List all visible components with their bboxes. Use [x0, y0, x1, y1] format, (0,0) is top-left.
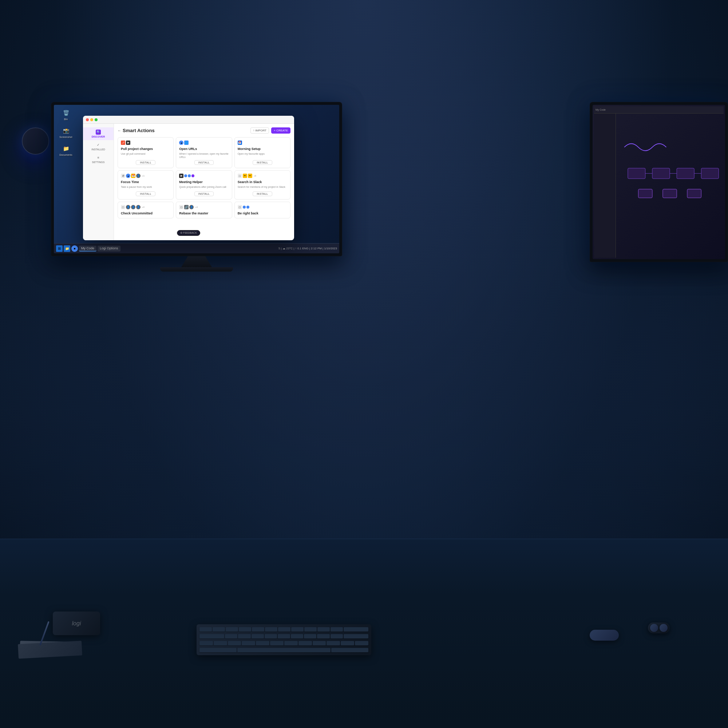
- card-2-install-btn[interactable]: INSTALL: [194, 160, 214, 165]
- card-3-install-btn[interactable]: INSTALL: [252, 160, 272, 165]
- key: [291, 634, 303, 638]
- card-8-extra: +4: [195, 206, 198, 208]
- key-row-2: [199, 633, 369, 639]
- desk-notebooks: [18, 635, 84, 657]
- right-monitor: My Code: [590, 102, 728, 262]
- key: [344, 627, 369, 632]
- app-content: 🔍 DISCOVER ✓ INSTALLED ≡ SETTINGS: [83, 124, 294, 240]
- slack-search-icon: □: [238, 174, 242, 178]
- window-titlebar: [83, 116, 294, 124]
- card-9-icons: □: [238, 205, 287, 209]
- installed-icon: ✓: [96, 142, 101, 147]
- back-arrow[interactable]: ←: [118, 128, 121, 133]
- card-4-install-btn[interactable]: INSTALL: [136, 191, 155, 196]
- window-minimize-btn[interactable]: [90, 118, 93, 121]
- monitor-screen: 🗑️ Bin 📸 Screenshot 📁 Documents: [54, 105, 339, 253]
- card-6-install-btn[interactable]: INSTALL: [252, 191, 272, 196]
- sidebar-item-settings[interactable]: ≡ SETTINGS: [83, 153, 113, 166]
- key-row-1: [199, 626, 369, 633]
- card-check-uncommitted: □ 👤 👤 👤 +4 Check Uncommitted: [118, 202, 174, 219]
- smart-actions-window: 🔍 DISCOVER ✓ INSTALLED ≡ SETTINGS: [83, 116, 294, 240]
- card-3-title: Morning Setup: [238, 147, 287, 151]
- bin-label: Bin: [64, 118, 68, 121]
- card-4-icons: ⏱ ● 📅 👤 +1: [121, 174, 170, 178]
- desktop-icon-screenshot[interactable]: 📸 Screenshot: [58, 126, 73, 138]
- discover-icon: 🔍: [96, 130, 101, 135]
- rebase-icon: □: [179, 205, 184, 209]
- taskbar-mycode[interactable]: My Code: [79, 246, 96, 252]
- card-4-desc: Take a pause from my work: [121, 185, 170, 190]
- card-rebase-master: □ 🔗 👤 +4 Rebase the master: [176, 202, 232, 219]
- apps-icon: 📅: [131, 174, 135, 178]
- desktop-area: 🗑️ Bin 📸 Screenshot 📁 Documents: [54, 105, 339, 243]
- desktop-icon-bin[interactable]: 🗑️ Bin: [58, 109, 73, 121]
- bin-icon: 🗑️: [61, 109, 70, 117]
- documents-label: Documents: [59, 154, 72, 156]
- screenshot-label: Screenshot: [59, 136, 72, 138]
- monitor-bezel: 🗑️ Bin 📸 Screenshot 📁 Documents: [51, 102, 342, 256]
- key: [256, 641, 269, 645]
- card-7-extra: +4: [142, 206, 145, 208]
- key: [327, 641, 340, 645]
- card-meeting-helper: ▶ Meeting Helper Quick preparations afte…: [176, 170, 232, 199]
- key: [270, 641, 284, 645]
- taskbar-logioptions[interactable]: Logi Options: [98, 246, 121, 252]
- system-info: 5 | ☁ 23°C | ↑ 0.1 ENG | 2:12 PM | 1/10/…: [278, 247, 337, 250]
- key: [304, 634, 316, 638]
- spacebar-key: [237, 648, 330, 652]
- svg-rect-3: [701, 168, 719, 179]
- key: [317, 627, 330, 632]
- key: [330, 627, 343, 632]
- globe-icon: 🌐: [184, 141, 188, 145]
- window-maximize-btn[interactable]: [95, 118, 98, 121]
- svg-rect-9: [687, 189, 701, 198]
- key-row-4: [199, 647, 369, 653]
- create-button[interactable]: + CREATE: [271, 127, 291, 134]
- card-5-install-btn[interactable]: INSTALL: [194, 191, 214, 196]
- notebook-top: [18, 641, 82, 658]
- settings-label: SETTINGS: [92, 161, 104, 164]
- key: [304, 627, 317, 632]
- taskbar: ⊞ 📁 ● My Code Logi Options 5 | ☁ 23°C | …: [54, 243, 339, 253]
- card-5-icons: ▶: [179, 174, 229, 178]
- card-2-title: Open URLs: [179, 147, 229, 151]
- card-open-urls: ● 🌐 Open URLs When I opened a browser, o…: [176, 137, 232, 168]
- window-close-btn[interactable]: [86, 118, 89, 121]
- card-4-title: Focus Time: [121, 180, 170, 184]
- card-1-install-btn[interactable]: INSTALL: [136, 160, 155, 165]
- right-monitor-bezel: My Code: [590, 102, 728, 262]
- speaker-body: logi: [53, 612, 100, 635]
- sidebar-item-installed[interactable]: ✓ INSTALLED: [83, 140, 113, 153]
- card-morning-setup: 📅 Morning Setup Open my favourite apps I…: [234, 137, 291, 168]
- svg-rect-7: [638, 189, 652, 198]
- monitor-stand: [175, 256, 219, 267]
- sidebar-item-discover[interactable]: 🔍 DISCOVER: [83, 127, 113, 140]
- key: [252, 634, 264, 638]
- svg-rect-0: [628, 168, 645, 179]
- card-pull-project-changes: ⎇ ▶ Pull project changes Use git pull co…: [118, 137, 174, 168]
- card-3-desc: Open my favourite apps: [238, 152, 287, 159]
- keyboard: [197, 624, 371, 661]
- screen-content: 🗑️ Bin 📸 Screenshot 📁 Documents: [54, 105, 339, 253]
- card-focus-time: ⏱ ● 📅 👤 +1 Focus Time Take a pause from …: [118, 170, 174, 199]
- key: [242, 641, 255, 645]
- monitor-base: [160, 267, 233, 272]
- dot-blue-3: [243, 206, 246, 209]
- card-3-icons: 📅: [238, 141, 287, 145]
- desktop-icon-documents[interactable]: 📁 Documents: [58, 144, 73, 156]
- earbud-right: [659, 624, 668, 632]
- windows-start[interactable]: ⊞: [56, 245, 63, 252]
- key: [291, 627, 304, 632]
- taskbar-explorer[interactable]: 📁: [64, 245, 70, 252]
- key: [278, 627, 291, 632]
- card-7-icons: □ 👤 👤 👤 +4: [121, 205, 170, 209]
- taskbar-start: ⊞ 📁 ● My Code Logi Options: [56, 245, 121, 252]
- taskbar-chrome[interactable]: ●: [71, 245, 78, 252]
- panel-actions: ↑ IMPORT + CREATE: [251, 127, 291, 134]
- person-icon-4: 👤: [136, 205, 141, 209]
- card-6-extra: +3: [254, 175, 256, 177]
- feedback-button[interactable]: ⚙ FEEDBACK: [177, 230, 200, 236]
- key: [199, 648, 237, 652]
- chrome-icon: ●: [179, 141, 184, 145]
- import-button[interactable]: ↑ IMPORT: [251, 127, 269, 134]
